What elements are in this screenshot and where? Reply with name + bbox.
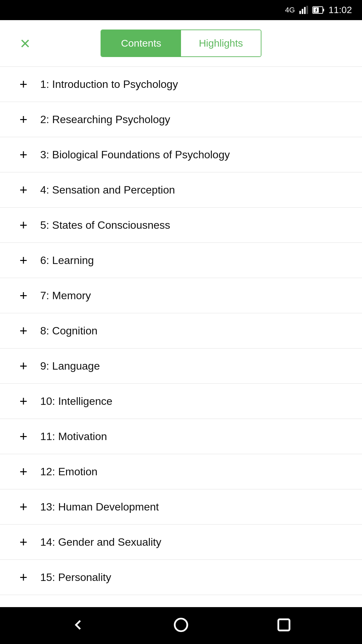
home-button[interactable] bbox=[167, 611, 195, 640]
status-bar: 4G 11:02 bbox=[0, 0, 362, 20]
chapter-title: 1: Introduction to Psychology bbox=[40, 78, 178, 91]
close-icon: × bbox=[20, 35, 30, 52]
battery-icon bbox=[312, 5, 324, 15]
svg-rect-0 bbox=[299, 11, 301, 14]
list-item[interactable]: +9: Language bbox=[0, 348, 362, 384]
list-item[interactable]: +5: States of Consciousness bbox=[0, 208, 362, 243]
svg-rect-1 bbox=[302, 9, 303, 14]
chapter-title: 8: Cognition bbox=[40, 325, 98, 337]
list-item[interactable]: +15: Personality bbox=[0, 560, 362, 595]
signal-indicator: 4G bbox=[285, 6, 295, 14]
list-item[interactable]: +1: Introduction to Psychology bbox=[0, 67, 362, 102]
expand-icon: + bbox=[13, 289, 34, 302]
svg-rect-11 bbox=[278, 619, 289, 630]
list-item[interactable]: +8: Cognition bbox=[0, 313, 362, 348]
close-button[interactable]: × bbox=[13, 32, 37, 55]
tab-contents[interactable]: Contents bbox=[101, 30, 181, 56]
chapter-title: 10: Intelligence bbox=[40, 395, 112, 408]
expand-icon: + bbox=[13, 218, 34, 232]
home-icon bbox=[173, 616, 189, 635]
chapter-title: 7: Memory bbox=[40, 289, 91, 302]
tab-highlights[interactable]: Highlights bbox=[181, 30, 261, 56]
list-item[interactable]: +4: Sensation and Perception bbox=[0, 172, 362, 208]
list-item[interactable]: +11: Motivation bbox=[0, 419, 362, 454]
recents-button[interactable] bbox=[270, 611, 298, 640]
expand-icon: + bbox=[13, 113, 34, 126]
recents-icon bbox=[276, 616, 292, 635]
expand-icon: + bbox=[13, 359, 34, 373]
status-icons: 4G 11:02 bbox=[285, 5, 352, 15]
chapter-title: 9: Language bbox=[40, 360, 100, 372]
list-item[interactable]: +6: Learning bbox=[0, 243, 362, 278]
list-item[interactable]: +13: Human Development bbox=[0, 489, 362, 525]
svg-rect-3 bbox=[306, 6, 308, 14]
chapter-title: 6: Learning bbox=[40, 254, 94, 267]
expand-icon: + bbox=[13, 183, 34, 197]
expand-icon: + bbox=[13, 500, 34, 514]
back-button[interactable] bbox=[64, 611, 92, 640]
back-icon bbox=[70, 616, 86, 635]
chapter-title: 13: Human Development bbox=[40, 501, 159, 513]
expand-icon: + bbox=[13, 77, 34, 91]
chapter-title: 2: Researching Psychology bbox=[40, 113, 170, 126]
chapter-title: 3: Biological Foundations of Psychology bbox=[40, 149, 230, 161]
expand-icon: + bbox=[13, 571, 34, 584]
tab-toggle: Contents Highlights bbox=[101, 30, 261, 57]
expand-icon: + bbox=[13, 535, 34, 549]
chapter-list: +1: Introduction to Psychology+2: Resear… bbox=[0, 67, 362, 607]
header: × Contents Highlights bbox=[0, 20, 362, 67]
svg-rect-5 bbox=[323, 9, 324, 11]
chapter-title: 14: Gender and Sexuality bbox=[40, 536, 161, 548]
list-item[interactable]: +7: Memory bbox=[0, 278, 362, 313]
expand-icon: + bbox=[13, 324, 34, 337]
expand-icon: + bbox=[13, 430, 34, 443]
expand-icon: + bbox=[13, 148, 34, 161]
expand-icon: + bbox=[13, 465, 34, 478]
expand-icon: + bbox=[13, 394, 34, 408]
expand-icon: + bbox=[13, 254, 34, 267]
chapter-title: 4: Sensation and Perception bbox=[40, 184, 175, 196]
bottom-nav bbox=[0, 607, 362, 644]
chapter-title: 12: Emotion bbox=[40, 466, 98, 478]
list-item[interactable]: +14: Gender and Sexuality bbox=[0, 525, 362, 560]
list-item[interactable]: +2: Researching Psychology bbox=[0, 102, 362, 137]
list-item[interactable]: +10: Intelligence bbox=[0, 384, 362, 419]
chapter-title: 15: Personality bbox=[40, 571, 111, 584]
svg-point-10 bbox=[175, 619, 187, 631]
chapter-title: 11: Motivation bbox=[40, 430, 107, 443]
svg-rect-2 bbox=[304, 7, 306, 14]
list-item[interactable]: +12: Emotion bbox=[0, 454, 362, 489]
chapter-title: 5: States of Consciousness bbox=[40, 219, 170, 231]
signal-bars-icon bbox=[299, 5, 308, 15]
list-item[interactable]: +3: Biological Foundations of Psychology bbox=[0, 137, 362, 172]
time-display: 11:02 bbox=[328, 5, 352, 15]
